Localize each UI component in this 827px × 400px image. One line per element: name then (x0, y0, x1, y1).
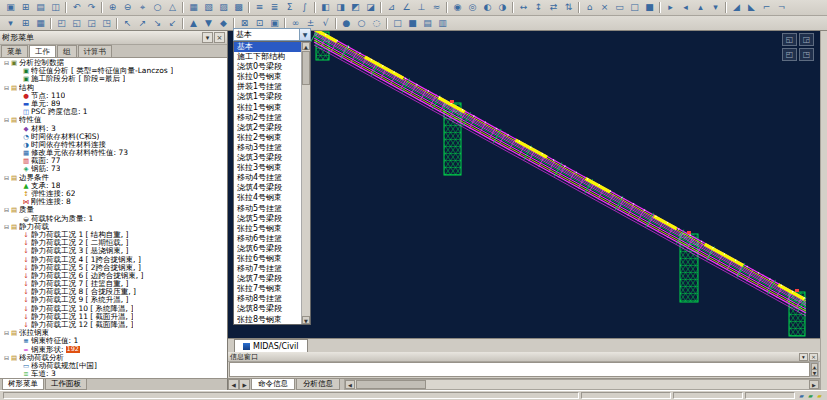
toolbar-icon[interactable]: ∫ (297, 1, 312, 14)
chevron-down-icon[interactable]: ▼ (299, 29, 310, 40)
tree-expander-icon[interactable]: ⊟ (3, 206, 10, 214)
tree-item[interactable]: ↓ 静力荷载工况 9 [ 系统升温, ] (1, 296, 227, 304)
stage-option[interactable]: 浇筑4号梁段 (234, 183, 301, 193)
stage-option[interactable]: 浇筑3号梁段 (234, 153, 301, 163)
toolbar-icon[interactable] (659, 2, 661, 13)
tree-item[interactable]: ↓ 静力荷载工况 3 [ 悬浇钢束, ] (1, 247, 227, 255)
horizontal-scrollbar[interactable]: ◀ ▶ (344, 379, 820, 390)
stage-option[interactable]: 移动6号挂篮 (234, 234, 301, 244)
tree-item[interactable]: ◈ 钢筋: 73 (1, 165, 227, 173)
toolbar-icon[interactable]: ◆ (216, 17, 231, 30)
toolbar-icon[interactable]: ▨ (216, 1, 231, 14)
toolbar-icon[interactable]: ⌐ (759, 1, 774, 14)
stage-option[interactable]: 浇筑6号梁段 (234, 244, 301, 254)
toolbar-icon[interactable]: ⇄ (546, 1, 561, 14)
stage-option[interactable]: 移动5号挂篮 (234, 204, 301, 214)
toolbar-icon[interactable]: ▩ (231, 1, 246, 14)
message-tab[interactable]: 命令信息 (251, 379, 295, 390)
toolbar-icon[interactable]: ▾ (708, 1, 723, 14)
stage-option[interactable]: 浇筑0号梁段 (234, 62, 301, 72)
toolbar-icon[interactable]: ● (339, 17, 354, 30)
toolbar-icon[interactable]: ↔ (516, 1, 531, 14)
tab-scroll-right-icon[interactable]: ▶ (239, 379, 250, 390)
toolbar-icon[interactable] (65, 2, 67, 13)
tree-item[interactable]: ◑ 时间依存特性材料连接 (1, 141, 227, 149)
tree-item[interactable]: ≈ 钢束形状: 192 (1, 346, 227, 354)
toolbar-icon[interactable]: ⊿ (384, 1, 399, 14)
toolbar-icon[interactable]: ◩ (348, 1, 363, 14)
tree-item[interactable]: ↕ 弹性连接: 62 (1, 190, 227, 198)
scroll-right-icon[interactable]: ▶ (809, 380, 819, 389)
tree-item[interactable]: ▦ 修改单元依存材料特性值: 73 (1, 149, 227, 157)
stage-option[interactable]: 拼装1号挂篮 (234, 82, 301, 92)
stage-option[interactable]: 张拉4号钢束 (234, 193, 301, 203)
toolbar-icon[interactable]: ⊥ (414, 1, 429, 14)
toolbar-icon[interactable]: ◌ (369, 17, 384, 30)
stage-option[interactable]: 浇筑1号梁段 (234, 92, 301, 102)
toolbar-icon[interactable]: ▸ (663, 1, 678, 14)
tree-item[interactable]: ↓ 静力荷载工况 12 [ 截面降温, ] (1, 321, 227, 329)
toolbar-icon[interactable] (248, 2, 250, 13)
tree-item[interactable]: ▣ 特征值分析 [ 类型=特征值向量-Lanczos ] (1, 67, 227, 75)
message-window-button[interactable]: × (809, 353, 818, 361)
message-scrollbar[interactable]: ▲ ▼ (810, 362, 819, 377)
toolbar-icon[interactable]: ◂ (678, 1, 693, 14)
toolbar-icon[interactable]: ↗ (135, 17, 150, 30)
tree-item[interactable]: ↓ 静力荷载工况 11 [ 截面升温, ] (1, 313, 227, 321)
toolbar-icon[interactable]: ◰ (54, 17, 69, 30)
tree-item[interactable]: ↓ 静力荷载工况 4 [ 1跨合拢钢束, ] (1, 256, 227, 264)
tree-item[interactable]: ↓ 静力荷载工况 10 [ 系统降温, ] (1, 305, 227, 313)
toolbar-icon[interactable] (446, 2, 448, 13)
toolbar-icon[interactable] (284, 18, 286, 29)
toolbar-icon[interactable] (578, 2, 580, 13)
toolbar-icon[interactable]: ◳ (99, 17, 114, 30)
tree-panel-tab[interactable]: 组 (57, 45, 77, 57)
toolbar-icon[interactable]: ▾ (3, 17, 18, 30)
toolbar-icon[interactable]: ◧ (318, 1, 333, 14)
tree-item[interactable]: ≡ 车道: 3 (1, 370, 227, 378)
toolbar-icon[interactable]: ≈ (429, 1, 444, 14)
toolbar-icon[interactable]: ⇅ (561, 1, 576, 14)
tree-item[interactable]: ⊟ ▤ 特性值 (1, 116, 227, 124)
toolbar-icon[interactable] (335, 18, 337, 29)
tree-expander-icon[interactable]: ⊟ (3, 174, 10, 182)
model-tab[interactable]: MIDAS/Civil (234, 339, 308, 352)
toolbar-icon[interactable]: √ (318, 17, 333, 30)
tree-item[interactable]: ⋈ 刚性连接: 8 (1, 198, 227, 206)
toolbar-icon[interactable]: Σ (282, 1, 297, 14)
tree-item[interactable]: ⊟ ▣ 分析控制数据 (1, 59, 227, 67)
stage-option[interactable]: 浇筑8号梁段 (234, 304, 301, 314)
scroll-left-icon[interactable]: ◀ (345, 380, 355, 389)
tree-expander-icon[interactable]: ⊟ (3, 116, 10, 124)
toolbar-icon[interactable] (314, 2, 316, 13)
stage-option[interactable]: 移动4号挂篮 (234, 173, 301, 183)
toolbar-icon[interactable]: ▦ (33, 17, 48, 30)
toolbar-icon[interactable]: ◑ (495, 1, 510, 14)
stage-option[interactable]: 张拉1号钢束 (234, 103, 301, 113)
toolbar-icon[interactable]: ↶ (69, 1, 84, 14)
toolbar-icon[interactable]: ↘ (150, 17, 165, 30)
tree-item[interactable]: ⊟ ▤ 静力荷载 (1, 223, 227, 231)
scrollbar-thumb[interactable] (356, 380, 426, 389)
tree-panel-tab[interactable]: 工作 (29, 45, 56, 57)
tree-item[interactable]: ↓ 静力荷载工况 2 [ 二期恒载, ] (1, 239, 227, 247)
tree-item[interactable]: ◆ 材料: 3 (1, 125, 227, 133)
toolbar-icon[interactable] (101, 2, 103, 13)
toolbar-icon[interactable] (380, 2, 382, 13)
tree-item[interactable]: ▣ 施工阶段分析 [ 阶段=最后 ] (1, 75, 227, 83)
stage-option[interactable]: 张拉0号钢束 (234, 72, 301, 82)
stage-option[interactable]: 移动2号挂篮 (234, 113, 301, 123)
toolbar-icon[interactable]: ⌖ (135, 1, 150, 14)
toolbar-icon[interactable]: ▤ (33, 1, 48, 14)
toolbar-icon[interactable]: ▲ (186, 17, 201, 30)
toolbar-icon[interactable]: ■ (405, 17, 420, 30)
toolbar-icon[interactable]: ↖ (120, 17, 135, 30)
toolbar-icon[interactable]: ◉ (450, 1, 465, 14)
panel-header-icon[interactable]: ▾ (202, 32, 213, 43)
stage-option[interactable]: 张拉6号钢束 (234, 254, 301, 264)
view-cube-icon[interactable]: ◲ (799, 33, 814, 46)
stage-option[interactable]: 移动8号挂篮 (234, 294, 301, 304)
toolbar-icon[interactable] (182, 2, 184, 13)
tree-expander-icon[interactable]: ⊟ (3, 84, 10, 92)
toolbar-icon[interactable] (512, 2, 514, 13)
